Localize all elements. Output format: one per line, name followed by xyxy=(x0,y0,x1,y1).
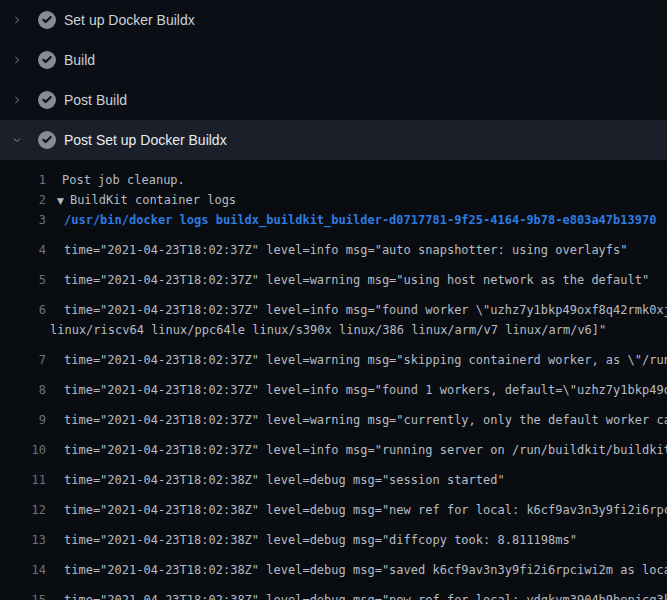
steps-list: Set up Docker Buildx Build P xyxy=(0,0,667,160)
log-line: 9 ▼time="2021-04-23T18:02:37Z" level=war… xyxy=(0,400,667,430)
log-line: ▼linux/riscv64 linux/ppc64le linux/s390x… xyxy=(0,320,667,340)
log-line-text: ▼time="2021-04-23T18:02:37Z" level=warni… xyxy=(64,270,649,290)
log-line-text: ▼time="2021-04-23T18:02:37Z" level=info … xyxy=(64,380,667,400)
log-line-number[interactable]: 12 xyxy=(0,500,46,520)
log-line-text: ▼Post job cleanup. xyxy=(62,170,185,190)
log-line-number[interactable]: 9 xyxy=(0,410,46,430)
log-line-text: ▼time="2021-04-23T18:02:37Z" level=warni… xyxy=(64,350,667,370)
log-line-number[interactable]: 15 xyxy=(0,590,46,600)
log-line-text: ▼time="2021-04-23T18:02:37Z" level=info … xyxy=(64,240,628,260)
actions-log-panel: Set up Docker Buildx Build P xyxy=(0,0,667,600)
log-line-number[interactable]: 11 xyxy=(0,470,46,490)
log-line-text: ▼time="2021-04-23T18:02:38Z" level=debug… xyxy=(64,590,667,600)
log-line-text: ▼time="2021-04-23T18:02:38Z" level=debug… xyxy=(64,470,505,490)
log-line: 5 ▼time="2021-04-23T18:02:37Z" level=war… xyxy=(0,260,667,290)
log-line: 1 ▼Post job cleanup. xyxy=(0,170,667,190)
log-line: 10 ▼time="2021-04-23T18:02:37Z" level=in… xyxy=(0,430,667,460)
step-section-label: Set up Docker Buildx xyxy=(64,12,195,28)
log-viewer: 1 ▼Post job cleanup. 2 ▼BuildKit contain… xyxy=(0,160,667,600)
step-section-header[interactable]: Post Build xyxy=(0,80,667,120)
log-line: 12 ▼time="2021-04-23T18:02:38Z" level=de… xyxy=(0,490,667,520)
check-circle-icon xyxy=(38,11,56,29)
log-line: 14 ▼time="2021-04-23T18:02:38Z" level=de… xyxy=(0,550,667,580)
log-line-text: ▼linux/riscv64 linux/ppc64le linux/s390x… xyxy=(50,320,606,340)
log-line: 6 ▼time="2021-04-23T18:02:37Z" level=inf… xyxy=(0,290,667,320)
log-line-number[interactable]: 2 xyxy=(0,190,46,210)
log-line: 3 ▼/usr/bin/docker logs buildx_buildkit_… xyxy=(0,210,667,230)
log-line-number[interactable]: 8 xyxy=(0,380,46,400)
log-line-text: ▼time="2021-04-23T18:02:37Z" level=warni… xyxy=(64,410,667,430)
log-line-number[interactable]: 5 xyxy=(0,270,46,290)
log-line: 2 ▼BuildKit container logs xyxy=(0,190,667,210)
chevron-icon[interactable] xyxy=(12,93,22,107)
log-line: 15 ▼time="2021-04-23T18:02:38Z" level=de… xyxy=(0,580,667,600)
log-line-number[interactable]: 1 xyxy=(0,170,46,190)
log-line-text: ▼time="2021-04-23T18:02:37Z" level=info … xyxy=(64,440,667,460)
log-line-text: ▼time="2021-04-23T18:02:38Z" level=debug… xyxy=(64,560,667,580)
check-circle-icon xyxy=(38,51,56,69)
log-line: 8 ▼time="2021-04-23T18:02:37Z" level=inf… xyxy=(0,370,667,400)
collapse-triangle-icon[interactable]: ▼ xyxy=(57,196,64,206)
log-line-number[interactable] xyxy=(0,320,46,340)
step-section-header[interactable]: Set up Docker Buildx xyxy=(0,0,667,40)
log-line-text: ▼time="2021-04-23T18:02:38Z" level=debug… xyxy=(64,530,577,550)
log-line-number[interactable]: 10 xyxy=(0,440,46,460)
log-line-number[interactable]: 7 xyxy=(0,350,46,370)
log-line: 4 ▼time="2021-04-23T18:02:37Z" level=inf… xyxy=(0,230,667,260)
log-line-text: ▼time="2021-04-23T18:02:37Z" level=info … xyxy=(64,300,667,320)
chevron-icon[interactable] xyxy=(12,13,22,27)
step-section-label: Post Set up Docker Buildx xyxy=(64,132,227,148)
log-line-number[interactable]: 13 xyxy=(0,530,46,550)
log-line-number[interactable]: 14 xyxy=(0,560,46,580)
log-line-number[interactable]: 3 xyxy=(0,210,46,230)
chevron-icon[interactable] xyxy=(12,53,22,67)
chevron-icon[interactable] xyxy=(12,133,22,147)
step-section-label: Build xyxy=(64,52,95,68)
step-section-header[interactable]: Build xyxy=(0,40,667,80)
log-line: 13 ▼time="2021-04-23T18:02:38Z" level=de… xyxy=(0,520,667,550)
log-line-number[interactable]: 4 xyxy=(0,240,46,260)
check-circle-icon xyxy=(38,91,56,109)
log-line: 11 ▼time="2021-04-23T18:02:38Z" level=de… xyxy=(0,460,667,490)
log-line: 7 ▼time="2021-04-23T18:02:37Z" level=war… xyxy=(0,340,667,370)
check-circle-icon xyxy=(38,131,56,149)
log-line-text: ▼time="2021-04-23T18:02:38Z" level=debug… xyxy=(64,500,667,520)
log-line-text: ▼/usr/bin/docker logs buildx_buildkit_bu… xyxy=(64,210,656,230)
step-section-header[interactable]: Post Set up Docker Buildx xyxy=(0,120,667,160)
log-line-number[interactable]: 6 xyxy=(0,300,46,320)
log-line-text: ▼BuildKit container logs xyxy=(57,190,236,210)
step-section-label: Post Build xyxy=(64,92,127,108)
